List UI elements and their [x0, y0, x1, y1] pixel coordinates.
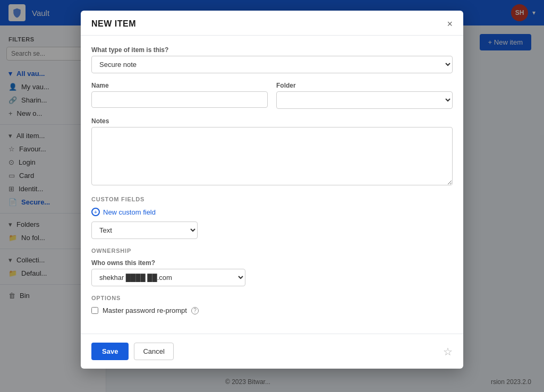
folder-label: Folder [276, 82, 453, 89]
custom-field-type-group: Text Hidden Boolean [91, 221, 453, 239]
item-type-group: What type of item is this? Login Secure … [91, 46, 453, 73]
master-password-label: Master password re-prompt ? [91, 306, 453, 314]
new-custom-field-button[interactable]: + New custom field [91, 208, 156, 216]
favourite-button[interactable]: ☆ [443, 345, 453, 358]
ownership-section-label: OWNERSHIP [91, 248, 453, 254]
new-item-modal: NEW ITEM × What type of item is this? Lo… [81, 11, 463, 369]
folder-select[interactable] [276, 91, 453, 109]
name-input[interactable] [91, 91, 268, 108]
notes-label: Notes [91, 117, 453, 125]
item-type-label: What type of item is this? [91, 46, 453, 54]
master-password-text: Master password re-prompt [103, 306, 187, 314]
master-password-checkbox[interactable] [91, 307, 98, 314]
modal-header: NEW ITEM × [81, 11, 463, 36]
footer-actions: Save Cancel [91, 343, 174, 360]
notes-group: Notes [91, 117, 453, 188]
options-section-label: OPTIONS [91, 295, 453, 301]
modal-overlay: NEW ITEM × What type of item is this? Lo… [0, 0, 544, 392]
custom-field-type-select[interactable]: Text Hidden Boolean [91, 221, 198, 239]
modal-close-button[interactable]: × [447, 19, 453, 29]
name-col: Name [91, 82, 268, 109]
custom-fields-section-label: CUSTOM FIELDS [91, 196, 453, 202]
ownership-group: Who owns this item? shekhar ████ ██.com [91, 259, 453, 286]
new-custom-field-label: New custom field [103, 208, 156, 216]
options-group: Master password re-prompt ? [91, 306, 453, 314]
owner-select[interactable]: shekhar ████ ██.com [91, 269, 245, 286]
name-folder-row: Name Folder [91, 82, 453, 109]
cancel-button[interactable]: Cancel [134, 343, 173, 360]
modal-footer: Save Cancel ☆ [81, 334, 463, 369]
help-icon[interactable]: ? [191, 307, 199, 314]
folder-col: Folder [276, 82, 453, 109]
save-button[interactable]: Save [91, 343, 129, 360]
modal-body: What type of item is this? Login Secure … [81, 36, 463, 334]
modal-title: NEW ITEM [91, 19, 136, 29]
notes-textarea[interactable] [91, 127, 453, 185]
item-type-select[interactable]: Login Secure note Card Identity [91, 56, 453, 73]
name-label: Name [91, 82, 268, 89]
ownership-question: Who owns this item? [91, 259, 453, 267]
plus-circle-icon: + [91, 208, 100, 216]
